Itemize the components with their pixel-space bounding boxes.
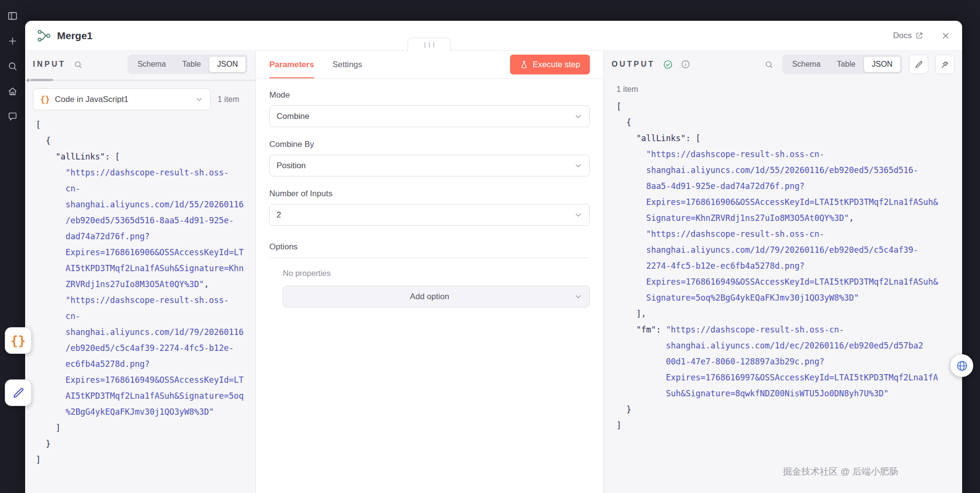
node-details-modal: Merge1 Docs INPUT	[25, 21, 962, 493]
pin-icon	[940, 60, 950, 69]
json-line: cn-	[36, 308, 255, 324]
json-line: 8aa5-4d91-925e-dad74a72d76f.png?	[616, 178, 962, 194]
tab-parameters[interactable]: Parameters	[269, 51, 314, 78]
search-icon[interactable]	[7, 61, 18, 72]
pencil-icon	[914, 60, 923, 69]
output-tab-json[interactable]: JSON	[863, 56, 901, 72]
json-line: AI5tKPD3TMqf2Lna1fASuh&Signature=Khn	[36, 261, 255, 276]
execute-step-button[interactable]: Execute step	[510, 55, 590, 74]
json-line: "https://dashscope-result-sh.oss-	[36, 292, 255, 308]
json-line: %2BgG4ykEQaFKJmv30j1QO3yW8%3D"	[36, 404, 255, 420]
globe-icon	[956, 360, 968, 372]
combine-by-select[interactable]: Position	[269, 155, 590, 176]
json-line: "https://dashscope-result-sh.oss-cn-	[616, 226, 962, 242]
app-sidebar	[0, 0, 25, 493]
tab-settings[interactable]: Settings	[333, 51, 362, 78]
chevron-down-icon	[574, 112, 583, 121]
pin-data-button[interactable]	[935, 55, 954, 74]
json-line: Expires=1768616997&OSSAccessKeyId=LTAI5t…	[616, 370, 962, 386]
input-item-count: 1 item	[218, 95, 239, 104]
json-line: "allLinks": [	[36, 149, 255, 165]
docs-link[interactable]: Docs	[893, 31, 923, 41]
json-line: shanghai.aliyuncs.com/1d/79/20260116	[36, 324, 255, 340]
modal-body: INPUT Schema Table JSON {}	[25, 51, 962, 493]
options-body: No properties Add option	[283, 269, 590, 307]
json-line: 00d1-47e7-8060-128897a3b29c.png?	[616, 354, 962, 370]
json-line: ZRVRdj1ns27uIo8M3O5At0QY%3D",	[36, 276, 255, 292]
flask-icon	[520, 60, 528, 69]
curly-braces-icon: {}	[11, 334, 26, 348]
json-line: dad74a72d76f.png?	[36, 229, 255, 245]
json-line: [	[616, 99, 962, 115]
success-check-icon	[663, 59, 673, 70]
chevron-down-icon	[574, 211, 583, 219]
code-float-button[interactable]: {}	[5, 327, 31, 354]
json-line: Suh&Signature=8qwkfNDZ00NisWTU5Jo0DN8yh7…	[616, 386, 962, 402]
external-link-icon	[915, 31, 923, 40]
node-title: Merge1	[57, 30, 93, 42]
close-button[interactable]	[941, 31, 951, 41]
app-root: Merge1 Docs INPUT	[0, 0, 980, 493]
options-empty-text: No properties	[283, 269, 590, 278]
input-horizontal-scrollbar[interactable]	[25, 78, 255, 83]
output-tab-schema[interactable]: Schema	[784, 56, 829, 72]
json-line: shanghai.aliyuncs.com/1d/55/20260116/eb9…	[616, 162, 962, 178]
json-line: "https://dashscope-result-sh.oss-	[36, 165, 255, 181]
json-line: ],	[616, 306, 962, 322]
json-line: ]	[36, 452, 255, 468]
input-tab-json[interactable]: JSON	[209, 56, 246, 72]
json-line: Expires=1768616949&OSSAccessKeyId=LTAI5t…	[616, 274, 962, 290]
input-source-row: {} Code in JavaScript1 1 item	[25, 83, 255, 110]
info-icon[interactable]	[681, 59, 690, 69]
json-line: /eb920ed5/5365d516-8aa5-4d91-925e-	[36, 213, 255, 229]
annotate-float-button[interactable]	[5, 379, 31, 406]
json-line: Expires=1768616906&OSSAccessKeyId=LTAI5t…	[616, 194, 962, 210]
input-tab-table[interactable]: Table	[174, 56, 209, 72]
input-panel-header: INPUT Schema Table JSON	[25, 51, 255, 78]
home-icon[interactable]	[7, 86, 18, 97]
scrollbar-thumb[interactable]	[30, 79, 53, 81]
field-label-mode: Mode	[269, 90, 590, 100]
json-line: {	[616, 115, 962, 130]
input-tab-schema[interactable]: Schema	[129, 56, 174, 72]
json-line: ]	[36, 420, 255, 436]
mode-value: Combine	[277, 112, 569, 121]
json-line: 2274-4fc5-b12e-ec6fb4a5278d.png?	[616, 258, 962, 274]
output-tab-table[interactable]: Table	[829, 56, 863, 72]
input-search-icon[interactable]	[73, 60, 83, 69]
sidebar-toggle-icon[interactable]	[7, 11, 18, 21]
drag-handle-bar	[429, 42, 430, 48]
chat-icon[interactable]	[7, 111, 18, 122]
parameters-form: Mode Combine Combine By Position Number …	[256, 79, 603, 307]
json-line: "https://dashscope-result-sh.oss-cn-	[616, 146, 962, 162]
panel-drag-handle[interactable]	[408, 38, 451, 52]
json-line: }	[36, 436, 255, 452]
pencil-icon	[12, 386, 25, 400]
add-icon[interactable]	[7, 36, 18, 46]
output-search-icon[interactable]	[764, 60, 774, 69]
translate-globe-button[interactable]	[951, 354, 973, 377]
json-line: shanghai.aliyuncs.com/1d/ec/20260116/eb9…	[616, 338, 962, 354]
json-line: [	[36, 117, 255, 133]
chevron-down-icon	[574, 161, 583, 170]
mode-select[interactable]: Combine	[269, 105, 590, 127]
number-of-inputs-select[interactable]: 2	[269, 204, 590, 226]
input-json-view: [ { "allLinks": [ "https://dashscope-res…	[25, 110, 255, 493]
json-line: Signature=KhnZRVRdj1ns27uIo8M3O5At0QY%3D…	[616, 210, 962, 226]
combine-by-value: Position	[277, 161, 569, 171]
edit-output-button[interactable]	[909, 55, 928, 74]
watermark: 掘金技术社区 @ 后端小肥肠	[783, 465, 898, 478]
output-label: OUTPUT	[612, 60, 655, 69]
json-line: shanghai.aliyuncs.com/1d/55/20260116	[36, 197, 255, 213]
header-actions: Docs	[893, 31, 951, 41]
chevron-down-icon	[574, 292, 583, 301]
json-line: Expires=1768616906&OSSAccessKeyId=LT	[36, 245, 255, 261]
add-option-select[interactable]: Add option	[283, 286, 590, 307]
execute-step-label: Execute step	[533, 60, 580, 70]
json-line: shanghai.aliyuncs.com/1d/79/20260116/eb9…	[616, 242, 962, 258]
json-line: "allLinks": [	[616, 130, 962, 146]
input-source-select[interactable]: {} Code in JavaScript1	[33, 88, 211, 110]
output-panel: OUTPUT Schema Table JSON	[603, 51, 962, 493]
options-label: Options	[269, 242, 590, 258]
add-option-label: Add option	[290, 292, 569, 302]
